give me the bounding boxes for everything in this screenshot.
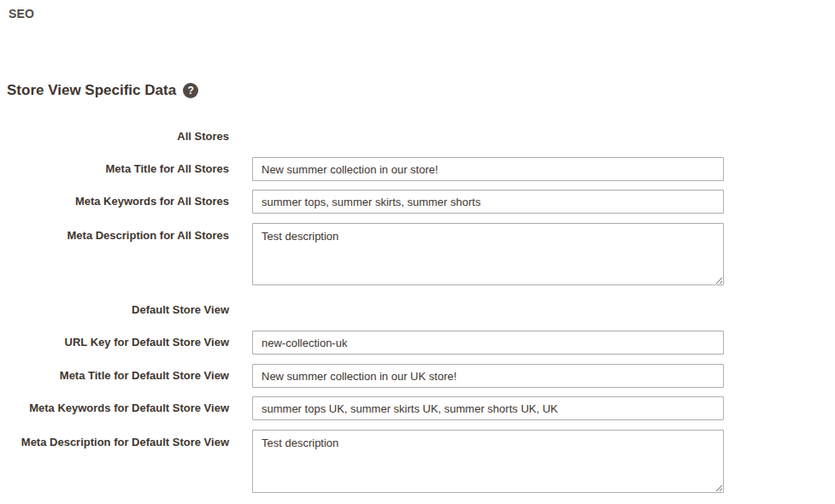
meta-description-all-stores-label: Meta Description for All Stores <box>0 223 229 242</box>
meta-description-default-store-view-label: Meta Description for Default Store View <box>0 430 229 448</box>
help-question-icon[interactable]: ? <box>183 83 198 98</box>
url-key-default-store-view-label: URL Key for Default Store View <box>0 331 229 355</box>
meta-description-all-stores-textarea[interactable]: Test description <box>252 223 724 285</box>
meta-keywords-default-store-view-input[interactable] <box>252 396 724 420</box>
url-key-default-store-view-input[interactable] <box>252 331 724 355</box>
scope-label-all-stores: All Stores <box>0 130 229 143</box>
section-heading-text: Store View Specific Data <box>7 82 176 99</box>
meta-title-all-stores-input[interactable] <box>252 157 724 181</box>
meta-title-all-stores-label: Meta Title for All Stores <box>0 157 229 181</box>
form-row-meta-keywords-default-store-view: Meta Keywords for Default Store View <box>0 396 724 420</box>
meta-keywords-all-stores-label: Meta Keywords for All Stores <box>0 190 229 214</box>
store-view-specific-data-heading: Store View Specific Data ? <box>7 82 198 99</box>
scope-label-default-store-view: Default Store View <box>0 303 229 316</box>
form-row-meta-description-default-store-view: Meta Description for Default Store View … <box>0 430 724 493</box>
meta-title-default-store-view-label: Meta Title for Default Store View <box>0 364 229 388</box>
meta-keywords-default-store-view-label: Meta Keywords for Default Store View <box>0 396 229 420</box>
form-row-meta-title-default-store-view: Meta Title for Default Store View <box>0 364 724 388</box>
form-row-meta-title-all-stores: Meta Title for All Stores <box>0 157 724 181</box>
meta-description-default-store-view-textarea[interactable]: Test description <box>252 430 724 493</box>
form-row-meta-description-all-stores: Meta Description for All Stores Test des… <box>0 223 724 285</box>
meta-title-default-store-view-input[interactable] <box>252 364 724 388</box>
form-row-meta-keywords-all-stores: Meta Keywords for All Stores <box>0 190 724 214</box>
seo-section-title: SEO <box>9 7 34 21</box>
form-row-url-key-default-store-view: URL Key for Default Store View <box>0 331 724 355</box>
meta-keywords-all-stores-input[interactable] <box>252 190 724 214</box>
